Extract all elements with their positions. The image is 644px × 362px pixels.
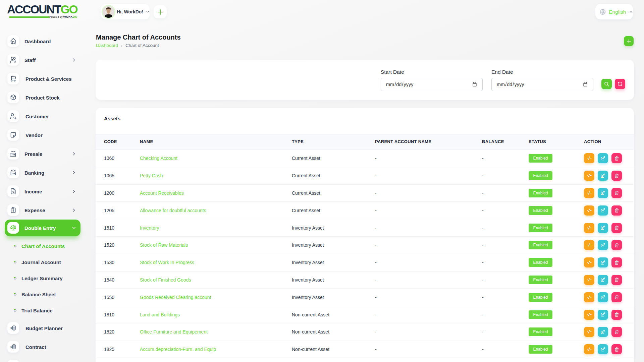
svg-text:$: $ [10, 345, 12, 349]
svg-text:$: $ [12, 209, 14, 212]
svg-text:$: $ [10, 326, 12, 330]
